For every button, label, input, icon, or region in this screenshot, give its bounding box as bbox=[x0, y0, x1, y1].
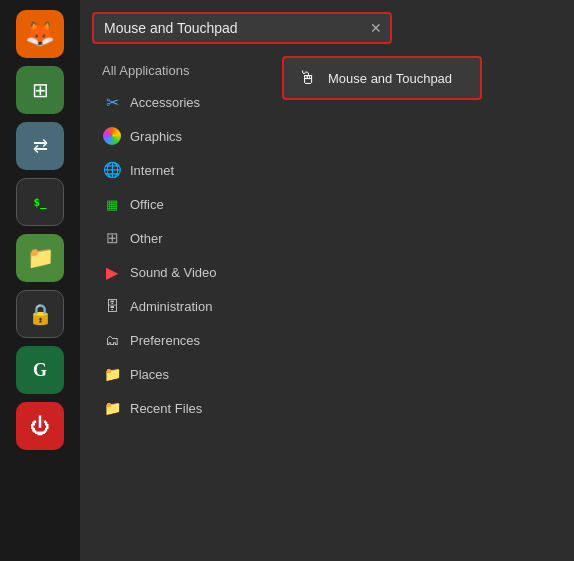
graphics-icon bbox=[102, 126, 122, 146]
places-icon: 📁 bbox=[102, 364, 122, 384]
sidebar-icon-terminal[interactable]: $_ bbox=[16, 178, 64, 226]
main-panel: ✕ All Applications ✂ Accessories Graphic… bbox=[80, 0, 574, 561]
category-internet-label: Internet bbox=[130, 163, 174, 178]
firefox-icon: 🦊 bbox=[25, 20, 55, 48]
administration-icon: 🗄 bbox=[102, 296, 122, 316]
category-office[interactable]: ▦ Office bbox=[92, 187, 272, 221]
category-accessories[interactable]: ✂ Accessories bbox=[92, 85, 272, 119]
folder-icon: 📁 bbox=[27, 245, 54, 271]
other-icon: ⊞ bbox=[102, 228, 122, 248]
category-preferences-label: Preferences bbox=[130, 333, 200, 348]
category-other-label: Other bbox=[130, 231, 163, 246]
category-recent-files[interactable]: 📁 Recent Files bbox=[92, 391, 272, 425]
category-graphics-label: Graphics bbox=[130, 129, 182, 144]
lock-icon: 🔒 bbox=[28, 302, 53, 326]
search-bar: ✕ bbox=[92, 12, 562, 44]
content-area: All Applications ✂ Accessories Graphics … bbox=[92, 56, 562, 549]
internet-icon: 🌐 bbox=[102, 160, 122, 180]
result-mouse-touchpad[interactable]: 🖱 Mouse and Touchpad bbox=[282, 56, 482, 100]
sidebar-icon-green-grid[interactable]: ⊞ bbox=[16, 66, 64, 114]
search-input[interactable] bbox=[94, 14, 362, 42]
all-apps-label: All Applications bbox=[102, 63, 189, 78]
result-mouse-touchpad-label: Mouse and Touchpad bbox=[328, 71, 452, 86]
sidebar-icon-switcher[interactable]: ⇄ bbox=[16, 122, 64, 170]
grammarly-icon: G bbox=[33, 360, 47, 381]
category-sound-video[interactable]: ▶ Sound & Video bbox=[92, 255, 272, 289]
grid-icon: ⊞ bbox=[32, 78, 49, 102]
category-sound-video-label: Sound & Video bbox=[130, 265, 217, 280]
category-recent-files-label: Recent Files bbox=[130, 401, 202, 416]
recent-files-icon: 📁 bbox=[102, 398, 122, 418]
category-other[interactable]: ⊞ Other bbox=[92, 221, 272, 255]
category-places[interactable]: 📁 Places bbox=[92, 357, 272, 391]
results-area: 🖱 Mouse and Touchpad bbox=[272, 56, 562, 549]
power-icon: ⏻ bbox=[30, 415, 50, 438]
accessories-icon: ✂ bbox=[102, 92, 122, 112]
switcher-icon: ⇄ bbox=[33, 135, 48, 157]
office-icon: ▦ bbox=[102, 194, 122, 214]
search-clear-button[interactable]: ✕ bbox=[362, 16, 390, 40]
category-office-label: Office bbox=[130, 197, 164, 212]
category-preferences[interactable]: 🗂 Preferences bbox=[92, 323, 272, 357]
sound-video-icon: ▶ bbox=[102, 262, 122, 282]
sidebar-icon-firefox[interactable]: 🦊 bbox=[16, 10, 64, 58]
mouse-touchpad-icon: 🖱 bbox=[296, 66, 320, 90]
sidebar-icon-files[interactable]: 📁 bbox=[16, 234, 64, 282]
category-accessories-label: Accessories bbox=[130, 95, 200, 110]
preferences-icon: 🗂 bbox=[102, 330, 122, 350]
category-all-applications[interactable]: All Applications bbox=[92, 56, 272, 85]
sidebar-icon-power[interactable]: ⏻ bbox=[16, 402, 64, 450]
category-list: All Applications ✂ Accessories Graphics … bbox=[92, 56, 272, 549]
search-input-wrapper: ✕ bbox=[92, 12, 392, 44]
sidebar: 🦊 ⊞ ⇄ $_ 📁 🔒 G ⏻ bbox=[0, 0, 80, 561]
sidebar-icon-lock[interactable]: 🔒 bbox=[16, 290, 64, 338]
category-graphics[interactable]: Graphics bbox=[92, 119, 272, 153]
category-places-label: Places bbox=[130, 367, 169, 382]
sidebar-icon-grammarly[interactable]: G bbox=[16, 346, 64, 394]
terminal-icon: $_ bbox=[33, 196, 46, 209]
category-administration-label: Administration bbox=[130, 299, 212, 314]
category-administration[interactable]: 🗄 Administration bbox=[92, 289, 272, 323]
category-internet[interactable]: 🌐 Internet bbox=[92, 153, 272, 187]
